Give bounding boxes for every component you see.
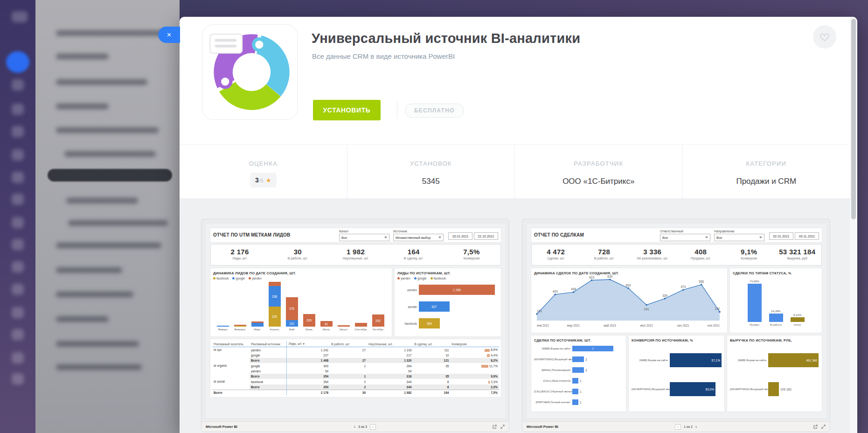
stat-value[interactable]: Продажи и CRM xyxy=(683,177,850,186)
blurred-icon xyxy=(12,172,24,183)
bar-category-label: Успех xyxy=(794,323,801,326)
table-cell: 1 xyxy=(330,374,367,379)
bar-value-label: 74,60% xyxy=(750,280,759,283)
page-indicator: 1 из 2 xyxy=(684,425,693,428)
table-cell: 227 xyxy=(287,353,330,358)
stat-label: КАТЕГОРИИ xyxy=(683,160,850,167)
legend-item: google xyxy=(232,277,245,280)
scrollbar-thumb[interactable] xyxy=(851,19,856,219)
modal-scrollbar[interactable] xyxy=(850,17,857,433)
table-row: yandex5454 xyxy=(212,369,499,374)
svg-text:134: 134 xyxy=(715,307,720,310)
google-segment xyxy=(251,323,264,327)
app-stats-row: ОЦЕНКА 3/5★ УСТАНОВОК 5345 РАЗРАБОТЧИК О… xyxy=(180,144,850,199)
screenshot-body: ОТЧЕТ ПО СДЕЛКАМ ОтветственныйВсеНаправл… xyxy=(522,219,830,421)
conversion-panel: КОНВЕРСИЯ ПО ИСТОЧНИКАМ, % [WEB] Форма н… xyxy=(629,335,724,412)
table-cell: 300 xyxy=(287,363,330,369)
table-cell xyxy=(250,390,287,396)
kpi-cell: 408Продажи, шт. xyxy=(677,244,725,265)
app-screenshot-2[interactable]: ОТЧЕТ ПО СДЕЛКАМ ОтветственныйВсеНаправл… xyxy=(522,219,830,432)
conversion-bar xyxy=(488,381,490,384)
table-cell: 4,4% xyxy=(450,353,499,358)
footer-icons xyxy=(493,425,505,429)
kpi-cell: 53 321 184Выручка, руб xyxy=(773,244,822,265)
table-cell: 7,5% xyxy=(450,390,499,396)
chevron-down-icon xyxy=(705,237,708,238)
blurred-icon xyxy=(12,217,24,228)
blurred-menu-item xyxy=(68,220,168,226)
next-page-button[interactable]: › xyxy=(695,425,697,429)
powerbi-footer: Microsoft Power BI ‹3 из 3› xyxy=(201,421,509,432)
table-cell: Всего xyxy=(212,390,250,396)
table-cell xyxy=(330,369,367,374)
bar-slot: 205Июнь xyxy=(300,282,318,331)
stacked-bars: ЯнварьФевральМарт338329Апрель375110Май20… xyxy=(213,282,389,331)
prev-page-button[interactable]: ‹ xyxy=(675,424,681,430)
table-cell: 8,9% xyxy=(450,347,499,353)
expand-icon xyxy=(500,425,505,429)
kpi-cell: 30В работе, шт. xyxy=(269,244,326,265)
filter-dropdown: Все xyxy=(660,234,710,241)
svg-text:май 2021: май 2021 xyxy=(604,324,617,327)
report-filters: ОтветственныйВсеНаправлениеВсе xyxy=(656,228,764,241)
share-icon xyxy=(813,425,818,429)
kpi-cell: 728В работе, шт. xyxy=(580,244,629,265)
svg-text:сен 2021: сен 2021 xyxy=(677,324,689,327)
charts-row: ДИНАМИКА СДЕЛОК ПО ДАТЕ СОЗДАНИЯ, ШТ. 10… xyxy=(531,268,822,333)
report-pager: ‹1 из 2› xyxy=(675,424,697,430)
table-cell: 111 xyxy=(413,347,450,353)
table-cell: 2 xyxy=(330,384,367,390)
report-filters: КаналВсеИсточникМножественный выбор xyxy=(335,228,444,241)
date-filter: 15.01.2021 xyxy=(448,232,472,240)
hbar-row: [CALLBACK] Обратный звонок1 xyxy=(534,387,623,396)
table-cell: ⊟ cpc xyxy=(212,347,250,353)
charts-row: ДИНАМИКА ЛИДОВ ПО ДАТЕ СОЗДАНИЯ, ШТ. fac… xyxy=(210,268,501,336)
report-date-filters: 15.01.202122.10.2021 xyxy=(448,228,498,240)
chart-legend: yandexgooglefacebook xyxy=(397,277,498,280)
svg-text:июл 2021: июл 2021 xyxy=(640,324,653,327)
rating-badge: 3/5★ xyxy=(250,173,277,188)
report-header: ОТЧЕТ ПО UTM МЕТКАМ ЛИДОВ КаналВсеИсточн… xyxy=(210,228,501,242)
table-cell: 8,2% xyxy=(450,358,499,363)
column-header: Конверсия xyxy=(450,341,499,347)
blurred-icon xyxy=(12,261,24,272)
table-row: ⊟ socialfacebook354234482,3% xyxy=(212,379,499,384)
table-cell: 121 xyxy=(413,358,450,363)
table-cell: 2 176 xyxy=(287,390,330,396)
blurred-menu-item xyxy=(56,79,147,85)
next-page-button[interactable]: › xyxy=(370,424,376,430)
table-cell: 344 xyxy=(367,384,413,390)
table-cell: 354 xyxy=(287,379,330,384)
conversion-bar xyxy=(487,354,490,357)
table-cell xyxy=(450,369,499,374)
leads-table: Рекламный носительРекламный источникЛиды… xyxy=(210,339,501,397)
table-cell: Всего xyxy=(250,374,287,379)
column-header: В сделку, шт. xyxy=(413,341,450,347)
legend-item: google xyxy=(414,277,427,280)
data-table: Рекламный носительРекламный источникЛиды… xyxy=(212,341,499,395)
table-cell xyxy=(212,353,250,358)
app-screenshot-1[interactable]: ОТЧЕТ ПО UTM МЕТКАМ ЛИДОВ КаналВсеИсточн… xyxy=(201,219,509,432)
yandex-segment xyxy=(338,325,350,327)
hbar-row: [ADVERTISING] Входящий звонок50,0% xyxy=(632,378,722,400)
bar-value-label: 9,12% xyxy=(793,314,801,316)
chevron-down-icon xyxy=(438,237,441,238)
table-cell: 2 xyxy=(330,379,367,384)
svg-text:янв 2021: янв 2021 xyxy=(537,324,549,327)
bar xyxy=(768,382,779,396)
date-filter: 09.11.2021 xyxy=(795,232,819,240)
blurred-menu-item xyxy=(56,127,159,133)
table-cell: 354 xyxy=(287,374,330,379)
bar-slot: Март xyxy=(249,282,266,331)
table-row: Всего2 176301 9821647,5% xyxy=(212,390,499,396)
favorite-button[interactable] xyxy=(813,25,836,49)
table-cell xyxy=(413,369,450,374)
install-button[interactable]: УСТАНОВИТЬ xyxy=(313,100,381,120)
prev-page-button[interactable]: ‹ xyxy=(354,425,355,429)
table-cell: 54 xyxy=(367,369,413,374)
heart-icon xyxy=(819,31,831,42)
close-button[interactable]: × xyxy=(158,27,180,43)
column-header: Неуспешные, шт. xyxy=(367,341,413,347)
star-icon: ★ xyxy=(266,177,271,184)
blurred-menu-item xyxy=(56,54,109,59)
